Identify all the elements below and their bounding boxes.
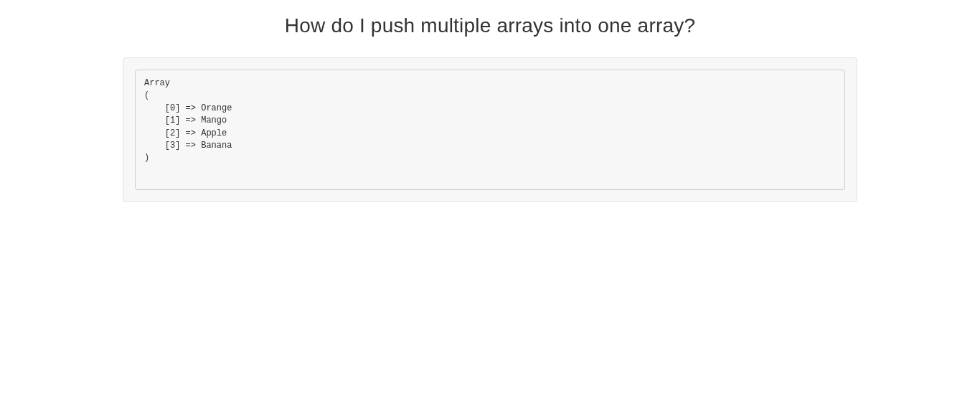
page-title: How do I push multiple arrays into one a… [123,14,857,37]
page-container: How do I push multiple arrays into one a… [123,14,857,202]
output-well: Array ( [0] => Orange [1] => Mango [2] =… [123,57,857,202]
code-output: Array ( [0] => Orange [1] => Mango [2] =… [135,70,845,190]
